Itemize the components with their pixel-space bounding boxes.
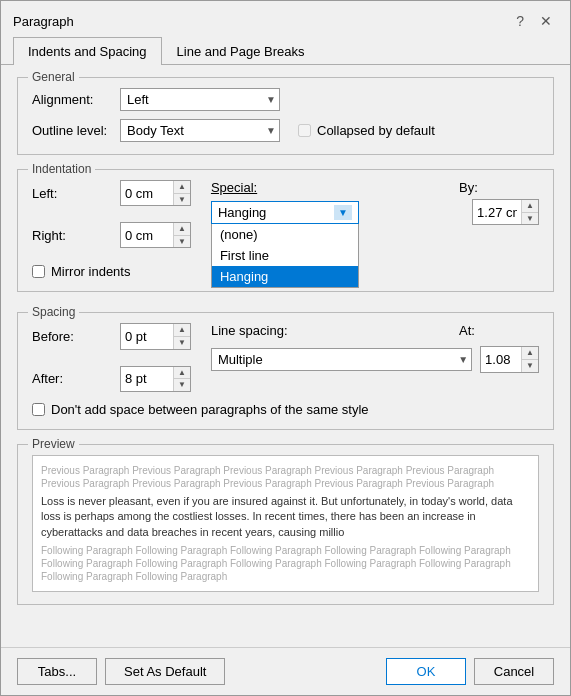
before-down[interactable]: ▼ <box>174 337 190 349</box>
line-spacing-select[interactable]: Multiple Single 1.5 lines Double At leas… <box>211 348 472 371</box>
special-combo: Hanging ▼ (none) First line Hanging <box>211 201 464 224</box>
before-input[interactable] <box>121 326 173 347</box>
preview-section-title: Preview <box>28 437 79 451</box>
after-spinner-btns: ▲ ▼ <box>173 367 190 391</box>
dropdown-item-firstline[interactable]: First line <box>212 245 358 266</box>
spacing-section: Spacing Before: ▲ ▼ <box>17 312 554 429</box>
left-indent-down[interactable]: ▼ <box>174 194 190 206</box>
indentation-section-title: Indentation <box>28 162 95 176</box>
ok-button[interactable]: OK <box>386 658 466 685</box>
tab-line-page-breaks[interactable]: Line and Page Breaks <box>162 37 320 65</box>
no-space-checkbox[interactable] <box>32 403 45 416</box>
at-label: At: <box>459 323 475 338</box>
alignment-label: Alignment: <box>32 92 112 107</box>
special-label: Special: <box>211 180 257 195</box>
dropdown-item-hanging[interactable]: Hanging <box>212 266 358 287</box>
outline-level-row: Outline level: Body Text Level 1 Level 2… <box>32 119 539 142</box>
after-input[interactable] <box>121 368 173 389</box>
before-up[interactable]: ▲ <box>174 324 190 337</box>
mirror-indents-checkbox[interactable] <box>32 265 45 278</box>
by-value-up[interactable]: ▲ <box>522 200 538 213</box>
by-value-input[interactable] <box>473 202 521 223</box>
help-button[interactable]: ? <box>510 12 530 30</box>
tabs-bar: Indents and Spacing Line and Page Breaks <box>1 37 570 65</box>
before-row: Before: ▲ ▼ <box>32 323 191 349</box>
after-label: After: <box>32 371 112 386</box>
after-row: After: ▲ ▼ <box>32 366 191 392</box>
outline-level-select[interactable]: Body Text Level 1 Level 2 <box>120 119 280 142</box>
no-space-wrap[interactable]: Don't add space between paragraphs of th… <box>32 402 539 417</box>
no-space-label: Don't add space between paragraphs of th… <box>51 402 369 417</box>
after-up[interactable]: ▲ <box>174 367 190 380</box>
dialog-title: Paragraph <box>13 14 74 29</box>
before-label: Before: <box>32 329 112 344</box>
general-section-title: General <box>28 70 79 84</box>
no-space-row: Don't add space between paragraphs of th… <box>32 402 539 417</box>
line-spacing-inputs: Multiple Single 1.5 lines Double At leas… <box>211 346 539 372</box>
special-arrow-icon: ▼ <box>334 205 352 220</box>
left-indent-row: Left: ▲ ▼ <box>32 180 191 206</box>
general-section: General Alignment: Left Center Right Jus… <box>17 77 554 155</box>
title-bar: Paragraph ? ✕ <box>1 1 570 33</box>
set-default-button[interactable]: Set As Default <box>105 658 225 685</box>
left-indent-spinner-btns: ▲ ▼ <box>173 181 190 205</box>
after-spinner: ▲ ▼ <box>120 366 191 392</box>
alignment-select[interactable]: Left Center Right Justified <box>120 88 280 111</box>
special-dropdown-list: (none) First line Hanging <box>211 224 359 288</box>
by-label: By: <box>459 180 478 195</box>
preview-main-text: Loss is never pleasant, even if you are … <box>41 494 530 540</box>
special-select-box[interactable]: Hanging ▼ <box>211 201 359 224</box>
by-value-spinner-btns: ▲ ▼ <box>521 200 538 224</box>
dropdown-item-none[interactable]: (none) <box>212 224 358 245</box>
after-down[interactable]: ▼ <box>174 379 190 391</box>
special-by-inputs-row: Hanging ▼ (none) First line Hanging <box>211 199 539 225</box>
right-indent-input[interactable] <box>121 225 173 246</box>
mirror-indents-wrap[interactable]: Mirror indents <box>32 264 191 279</box>
preview-section: Preview Previous Paragraph Previous Para… <box>17 444 554 605</box>
mirror-indents-label: Mirror indents <box>51 264 130 279</box>
left-indent-label: Left: <box>32 186 112 201</box>
left-right-col: Left: ▲ ▼ Right: <box>32 180 191 279</box>
line-spacing-select-wrap: Multiple Single 1.5 lines Double At leas… <box>211 348 472 371</box>
right-indent-spinner-btns: ▲ ▼ <box>173 223 190 247</box>
title-bar-controls: ? ✕ <box>510 12 558 30</box>
at-up[interactable]: ▲ <box>522 347 538 360</box>
right-indent-up[interactable]: ▲ <box>174 223 190 236</box>
preview-prev-para: Previous Paragraph Previous Paragraph Pr… <box>41 464 530 490</box>
preview-content: Previous Paragraph Previous Paragraph Pr… <box>32 455 539 592</box>
preview-next-para: Following Paragraph Following Paragraph … <box>41 544 530 583</box>
preview-box-wrap: Preview Previous Paragraph Previous Para… <box>17 444 554 605</box>
before-spinner-btns: ▲ ▼ <box>173 324 190 348</box>
right-indent-label: Right: <box>32 228 112 243</box>
outline-select-wrap: Body Text Level 1 Level 2 ▼ <box>120 119 280 142</box>
collapsed-checkbox-wrap[interactable]: Collapsed by default <box>298 123 435 138</box>
right-indent-row: Right: ▲ ▼ <box>32 222 191 248</box>
close-button[interactable]: ✕ <box>534 12 558 30</box>
by-value-spinner: ▲ ▼ <box>472 199 539 225</box>
tabs-button[interactable]: Tabs... <box>17 658 97 685</box>
line-spacing-label: Line spacing: <box>211 323 288 338</box>
left-indent-input[interactable] <box>121 183 173 204</box>
tab-indents-spacing[interactable]: Indents and Spacing <box>13 37 162 65</box>
outline-level-label: Outline level: <box>32 123 112 138</box>
dialog-footer: Tabs... Set As Default OK Cancel <box>1 647 570 695</box>
before-spinner: ▲ ▼ <box>120 323 191 349</box>
spacing-main-row: Before: ▲ ▼ After: <box>32 323 539 391</box>
at-input[interactable] <box>481 349 521 370</box>
line-spacing-labels: Line spacing: At: <box>211 323 539 338</box>
indentation-section: Indentation Left: ▲ ▼ <box>17 169 554 292</box>
right-indent-down[interactable]: ▼ <box>174 236 190 248</box>
at-spinner: ▲ ▼ <box>480 346 539 372</box>
alignment-row: Alignment: Left Center Right Justified ▼ <box>32 88 539 111</box>
collapsed-checkbox[interactable] <box>298 124 311 137</box>
right-indent-spinner: ▲ ▼ <box>120 222 191 248</box>
paragraph-dialog: Paragraph ? ✕ Indents and Spacing Line a… <box>0 0 571 696</box>
collapsed-label: Collapsed by default <box>317 123 435 138</box>
by-value-down[interactable]: ▼ <box>522 213 538 225</box>
left-indent-spinner: ▲ ▼ <box>120 180 191 206</box>
cancel-button[interactable]: Cancel <box>474 658 554 685</box>
spacing-section-title: Spacing <box>28 305 79 319</box>
left-indent-up[interactable]: ▲ <box>174 181 190 194</box>
line-spacing-col: Line spacing: At: Multiple Single 1.5 li… <box>211 323 539 372</box>
at-down[interactable]: ▼ <box>522 360 538 372</box>
